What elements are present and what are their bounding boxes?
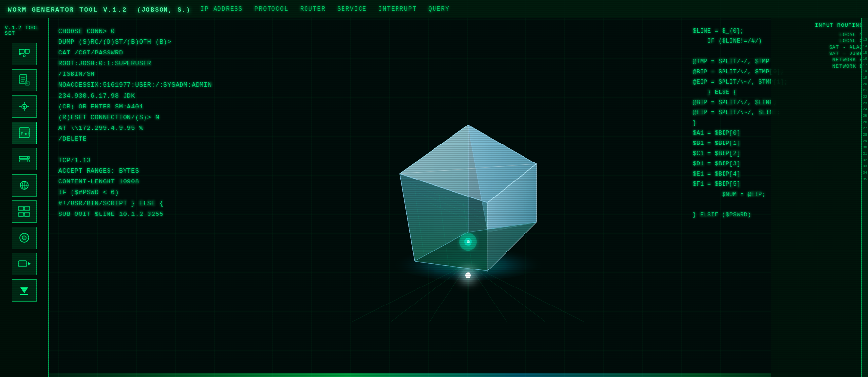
svg-point-32 <box>22 236 26 240</box>
scroll-number: 34 <box>862 170 868 176</box>
down-arrow-btn[interactable] <box>12 279 37 302</box>
main-content: CHOOSE CONN> 0DUMP (S)RC/(D)ST/(B)OTH (B… <box>49 18 868 377</box>
svg-point-65 <box>467 240 470 243</box>
storage-icon <box>18 152 31 166</box>
left-code-panel: CHOOSE CONN> 0DUMP (S)RC/(D)ST/(B)OTH (B… <box>49 18 253 377</box>
grid-icon <box>18 205 31 218</box>
svg-rect-33 <box>19 261 26 267</box>
scroll-number: 24 <box>862 107 868 113</box>
scroll-number: 27 <box>862 126 868 132</box>
pad-icon-btn[interactable]: Pad <box>12 122 37 144</box>
svg-point-21 <box>27 157 28 158</box>
svg-point-3 <box>23 55 25 57</box>
routing-item[interactable]: NETWORK B <box>832 64 863 69</box>
svg-rect-27 <box>19 206 23 211</box>
config-icon-btn[interactable] <box>12 95 37 118</box>
routing-item[interactable]: SAT - ALA2 <box>829 45 863 50</box>
scroll-number: 30 <box>862 144 868 151</box>
code-line: (CR) OR ENTER SM:A401 <box>58 102 243 112</box>
left-code-text: CHOOSE CONN> 0DUMP (S)RC/(D)ST/(B)OTH (B… <box>58 26 243 220</box>
routing-item[interactable]: SAT - JIBB <box>829 51 863 56</box>
scroll-number: 17 <box>862 62 868 69</box>
scroll-number: 31 <box>862 151 868 157</box>
scroll-number: 23 <box>862 100 868 107</box>
scroll-number: 28 <box>862 132 868 138</box>
sidebar-icons: Pad <box>0 39 48 305</box>
network-icon <box>18 47 31 61</box>
server-icon <box>18 179 31 192</box>
routing-item[interactable]: NETWORK A <box>832 57 863 63</box>
svg-rect-30 <box>25 212 29 216</box>
right-scrollbar[interactable]: 1314151617181920212223242526272829303132… <box>861 18 868 377</box>
svg-rect-28 <box>25 206 29 211</box>
code-line: CAT /CGT/PASSWRD <box>58 48 243 58</box>
media-icon-btn[interactable] <box>12 253 37 275</box>
scroll-number: 35 <box>862 176 868 182</box>
server-icon-btn[interactable] <box>12 174 37 197</box>
scroll-number: 14 <box>862 43 868 50</box>
code-line: 234.930.6.17.98 JDK <box>58 91 243 102</box>
storage-icon-btn[interactable] <box>12 148 37 170</box>
app-title: WORM GENERATOR TOOL V.1.2 (JOBSON, S.) <box>8 4 191 14</box>
scroll-number: 20 <box>862 81 868 88</box>
scroll-numbers: 1314151617181920212223242526272829303132… <box>862 18 868 182</box>
nav-item-query[interactable]: QUERY <box>428 6 450 13</box>
sidebar-title: V.1.2 TOOL SET <box>0 22 48 39</box>
content-area: V.1.2 TOOL SET <box>0 18 868 377</box>
down-icon <box>18 284 31 297</box>
routing-item[interactable]: LOCAL 2 <box>839 38 863 44</box>
routing-items: LOCAL 1LOCAL 2SAT - ALA2SAT - JIBBNETWOR… <box>771 30 868 71</box>
routing-item[interactable]: LOCAL 1 <box>839 32 863 37</box>
svg-rect-0 <box>19 49 24 53</box>
scroll-number: 13 <box>862 37 868 43</box>
grid-icon-btn[interactable] <box>12 200 37 223</box>
circle-icon <box>18 231 31 245</box>
scroll-number: 16 <box>862 56 868 62</box>
nav-item-protocol[interactable]: PROTOCOL <box>254 6 289 13</box>
center-3d-display <box>253 18 683 377</box>
code-line: (R)ESET CONNECTION/(S)> N <box>58 112 243 123</box>
main-container: WORM GENERATOR TOOL V.1.2 (JOBSON, S.) I… <box>0 0 868 377</box>
nav-item-interrupt[interactable]: INTERRUPT <box>379 6 416 13</box>
code-line: AT \\172.299.4.9.95 % <box>58 123 243 134</box>
scroll-number: 22 <box>862 94 868 100</box>
svg-rect-29 <box>19 212 23 216</box>
left-sidebar: V.1.2 TOOL SET <box>0 18 49 377</box>
code-line: NOACCESSIX:5161977:USER:/:SYSADM:Admin <box>58 80 243 90</box>
right-panel: INPUT ROUTING LOCAL 1LOCAL 2SAT - ALA2SA… <box>771 18 868 377</box>
scroll-number: 21 <box>862 88 868 94</box>
code-line: IF ($#PSWD < 6) <box>58 187 243 198</box>
scroll-number: 26 <box>862 119 868 126</box>
nav-item-router[interactable]: ROUTER <box>300 6 326 13</box>
code-line: CONTENT-LENGHT 10908 <box>58 177 243 187</box>
svg-point-12 <box>23 106 25 108</box>
scroll-number: 15 <box>862 50 868 56</box>
code-line: SUB OOIT $LINE 10.1.2.3255 <box>58 209 243 220</box>
subtitle-text: (JOBSON, S.) <box>137 7 191 14</box>
svg-marker-35 <box>20 287 28 293</box>
scroll-number: 18 <box>862 69 868 75</box>
nav-menu: IP ADDRESSPROTOCOLROUTERSERVICEINTERRUPT… <box>200 6 450 13</box>
crystal-container <box>342 64 595 332</box>
nav-item-service[interactable]: SERVICE <box>337 6 367 13</box>
title-text: WORM GENERATOR TOOL V.1.2 <box>8 6 127 14</box>
scroll-number: 32 <box>862 157 868 163</box>
center-glow-dot <box>465 272 471 278</box>
svg-point-22 <box>27 160 28 161</box>
media-icon <box>18 257 31 271</box>
circle-icon-btn[interactable] <box>12 227 37 249</box>
code-line: DUMP (S)RC/(D)ST/(B)OTH (B)> <box>58 37 243 48</box>
svg-text:Pad: Pad <box>21 132 29 137</box>
scroll-number: 25 <box>862 113 868 119</box>
code-line: /DELETE <box>58 134 243 144</box>
scroll-number: 19 <box>862 75 868 81</box>
top-bar: WORM GENERATOR TOOL V.1.2 (JOBSON, S.) I… <box>0 0 868 18</box>
svg-line-4 <box>21 54 23 56</box>
file-icon-btn[interactable] <box>12 69 37 91</box>
code-line <box>58 144 243 155</box>
svg-point-2 <box>19 53 21 55</box>
pad-icon: Pad <box>18 126 31 140</box>
nav-item-ip-address[interactable]: IP ADDRESS <box>200 6 243 13</box>
network-icon-btn[interactable] <box>12 43 37 65</box>
input-routing-title: INPUT ROUTING <box>771 18 868 30</box>
